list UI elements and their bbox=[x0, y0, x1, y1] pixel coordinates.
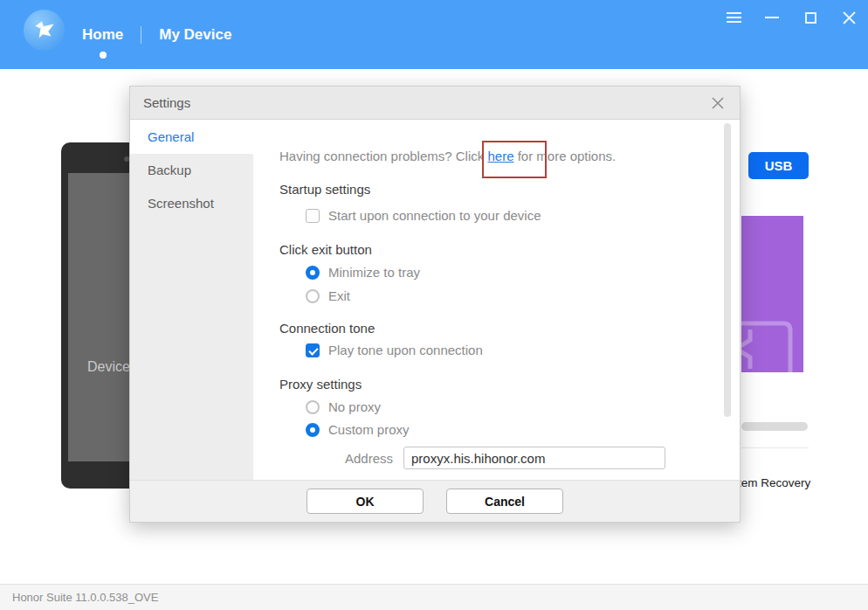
startup-checkbox-label: Start upon connection to your device bbox=[328, 207, 541, 225]
custom-proxy-row[interactable]: Custom proxy bbox=[306, 421, 740, 439]
usb-button[interactable]: USB bbox=[748, 152, 809, 179]
tab-my-device-label: My Device bbox=[159, 26, 231, 43]
minimize-to-tray-label: Minimize to tray bbox=[328, 264, 420, 281]
device-label: Device bbox=[87, 359, 130, 375]
exit-row[interactable]: Exit bbox=[306, 288, 740, 305]
maximize-icon[interactable] bbox=[791, 2, 830, 33]
close-glyph bbox=[843, 11, 856, 24]
startup-settings-title: Startup settings bbox=[279, 181, 740, 198]
minimize-to-tray-row[interactable]: Minimize to tray bbox=[306, 264, 740, 281]
startup-checkbox[interactable] bbox=[306, 209, 320, 223]
active-tab-dot bbox=[100, 52, 107, 59]
custom-proxy-radio[interactable] bbox=[306, 423, 320, 437]
sidebar-item-screenshot[interactable]: Screenshot bbox=[130, 187, 253, 220]
minimize-glyph bbox=[765, 17, 779, 18]
top-bar: Home My Device bbox=[0, 0, 868, 69]
cancel-button[interactable]: Cancel bbox=[446, 489, 563, 514]
dialog-scrollbar[interactable] bbox=[724, 123, 731, 417]
tab-my-device[interactable]: My Device bbox=[147, 26, 244, 44]
app-version-label: Honor Suite 11.0.0.538_OVE bbox=[12, 591, 158, 604]
no-proxy-radio[interactable] bbox=[306, 400, 320, 414]
play-tone-row[interactable]: Play tone upon connection bbox=[306, 342, 740, 359]
dialog-body: General Backup Screenshot Having connect… bbox=[130, 121, 740, 480]
address-row: Address bbox=[345, 447, 740, 469]
connection-tone-title: Connection tone bbox=[279, 320, 740, 337]
dialog-close-icon[interactable] bbox=[709, 94, 727, 112]
exit-radio[interactable] bbox=[306, 289, 320, 303]
dialog-title: Settings bbox=[143, 95, 190, 110]
general-settings-panel: Having connection problems? Click here f… bbox=[253, 121, 740, 480]
note-suffix: for more options. bbox=[513, 149, 616, 163]
play-tone-checkbox[interactable] bbox=[306, 343, 320, 357]
nav-separator bbox=[141, 26, 141, 44]
here-link[interactable]: here bbox=[487, 149, 513, 163]
address-label: Address bbox=[345, 451, 393, 466]
minimize-to-tray-radio[interactable] bbox=[306, 266, 320, 280]
sidebar-item-backup[interactable]: Backup bbox=[130, 154, 253, 187]
ok-button[interactable]: OK bbox=[307, 489, 424, 514]
proxy-settings-title: Proxy settings bbox=[279, 376, 740, 393]
tab-home[interactable]: Home bbox=[70, 26, 135, 44]
startup-checkbox-row[interactable]: Start upon connection to your device bbox=[306, 207, 740, 225]
settings-dialog: Settings General Backup Screenshot Havin… bbox=[129, 86, 741, 523]
no-proxy-row[interactable]: No proxy bbox=[306, 399, 740, 416]
dialog-footer: OK Cancel bbox=[130, 480, 740, 522]
no-proxy-label: No proxy bbox=[328, 399, 381, 416]
close-glyph bbox=[712, 97, 724, 109]
tab-home-label: Home bbox=[82, 26, 123, 43]
minimize-icon[interactable] bbox=[753, 2, 791, 33]
exit-label: Exit bbox=[328, 288, 350, 305]
main-nav: Home My Device bbox=[70, 0, 244, 69]
maximize-glyph bbox=[805, 12, 816, 24]
menu-icon[interactable] bbox=[714, 2, 753, 33]
close-icon[interactable] bbox=[830, 2, 868, 33]
status-bar: Honor Suite 11.0.0.538_OVE bbox=[0, 584, 868, 610]
app-logo-icon bbox=[24, 10, 65, 51]
connection-help-note: Having connection problems? Click here f… bbox=[279, 148, 740, 165]
app-window: Home My Device bbox=[0, 0, 868, 610]
custom-proxy-label: Custom proxy bbox=[328, 421, 410, 439]
screenshot-graphic-outline bbox=[741, 216, 803, 372]
dialog-sidebar: General Backup Screenshot bbox=[130, 121, 253, 480]
hamburger-glyph bbox=[727, 12, 741, 23]
system-recovery-label[interactable]: tem Recovery bbox=[738, 476, 810, 489]
screenshot-feature-graphic bbox=[741, 216, 803, 372]
address-input[interactable] bbox=[403, 447, 665, 469]
dialog-header[interactable]: Settings bbox=[130, 87, 740, 120]
click-exit-title: Click exit button bbox=[279, 241, 740, 259]
sidebar-item-general[interactable]: General bbox=[130, 121, 253, 154]
play-tone-label: Play tone upon connection bbox=[328, 342, 483, 359]
progress-pill bbox=[741, 422, 808, 431]
window-controls bbox=[714, 0, 868, 35]
right-divider bbox=[741, 447, 809, 448]
note-prefix: Having connection problems? Click bbox=[279, 149, 487, 163]
paper-plane-logo-glyph bbox=[30, 16, 59, 45]
